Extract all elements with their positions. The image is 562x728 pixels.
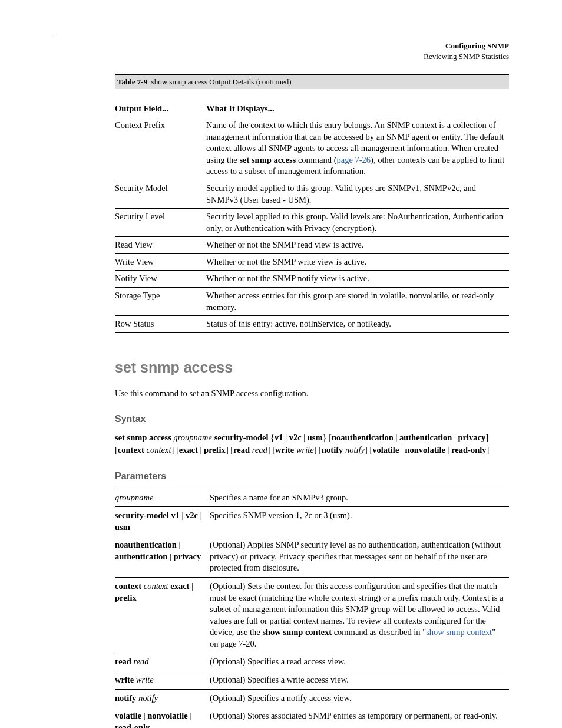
- t: ]: [486, 445, 489, 454]
- param-desc: (Optional) Sets the context for this acc…: [210, 578, 509, 653]
- param-desc: Specifies a name for an SNMPv3 group.: [210, 489, 509, 507]
- param-name: notify notify: [115, 689, 210, 707]
- table-row: Read View Whether or not the SNMP read v…: [115, 237, 509, 254]
- t: exact: [179, 445, 198, 454]
- t: noauthentication: [332, 433, 394, 442]
- t: read-only: [451, 445, 486, 454]
- parameters-heading: Parameters: [115, 470, 509, 483]
- t: ] [: [267, 445, 275, 454]
- t: notify: [322, 445, 345, 454]
- table-title: Table 7-9 show snmp access Output Detail…: [115, 74, 509, 89]
- param-desc: (Optional) Applies SNMP security level a…: [210, 536, 509, 578]
- t: read: [252, 445, 267, 454]
- table-row: write write (Optional) Specifies a write…: [115, 671, 509, 689]
- t: usm: [115, 522, 130, 532]
- t: notify: [138, 693, 158, 703]
- t: ] [: [365, 445, 372, 454]
- command-heading: set snmp access: [115, 358, 509, 378]
- param-name: volatile | nonvolatile | read-only: [115, 707, 210, 728]
- t: show snmp context: [262, 627, 332, 637]
- t: privacy: [458, 433, 486, 442]
- table-row: security-model v1 | v2c | usm Specifies …: [115, 507, 509, 536]
- link[interactable]: show snmp context: [426, 627, 492, 637]
- table-row: Context Prefix Name of the context to wh…: [115, 117, 509, 180]
- table-row: Notify View Whether or not the SNMP noti…: [115, 271, 509, 288]
- t: }: [323, 433, 329, 442]
- field-name: Read View: [115, 237, 206, 254]
- table-row: Storage Type Whether access entries for …: [115, 287, 509, 315]
- t: |: [399, 445, 405, 454]
- t: privacy: [174, 552, 201, 561]
- t: prefix: [115, 593, 137, 602]
- t: v2c: [186, 510, 198, 520]
- t: command as described in ": [332, 627, 426, 637]
- bold-text: set snmp access: [239, 155, 296, 164]
- t: |: [177, 540, 181, 549]
- t: context: [147, 445, 171, 454]
- t: |: [302, 433, 308, 442]
- breadcrumb-section: Configuring SNMP: [445, 41, 509, 50]
- param-name: context context exact | prefix: [115, 578, 210, 653]
- t: read-only: [115, 723, 150, 728]
- t: write: [115, 675, 134, 684]
- col-header-desc: What It Displays...: [206, 96, 509, 117]
- t: authentication: [399, 433, 452, 442]
- table-row: Write View Whether or not the SNMP write…: [115, 253, 509, 271]
- t: write: [275, 445, 296, 454]
- t: |: [198, 445, 204, 454]
- t: prefix: [204, 445, 226, 454]
- table-row: volatile | nonvolatile | read-only (Opti…: [115, 707, 509, 728]
- t: nonvolatile: [405, 445, 445, 454]
- table-row: context context exact | prefix (Optional…: [115, 578, 509, 653]
- t: notify: [115, 693, 136, 703]
- table-row: notify notify (Optional) Specifies a not…: [115, 689, 509, 707]
- t: ] [: [314, 445, 322, 454]
- field-name: Storage Type: [115, 287, 206, 315]
- table-caption: show snmp access Output Details (continu…: [151, 77, 292, 86]
- t: authentication: [115, 552, 167, 561]
- t: usm: [308, 433, 323, 442]
- t: set snmp access: [115, 433, 173, 442]
- table-row: groupname Specifies a name for an SNMPv3…: [115, 489, 509, 507]
- table-number: Table 7-9: [117, 77, 147, 86]
- param-desc: Specifies SNMP version 1, 2c or 3 (usm).: [210, 507, 509, 536]
- param-name: write write: [115, 671, 210, 689]
- t: |: [141, 711, 147, 720]
- breadcrumb-sub: Reviewing SNMP Statistics: [424, 52, 509, 61]
- table-row: Security Model Security model applied to…: [115, 180, 509, 209]
- t: |: [189, 581, 193, 591]
- t: exact: [170, 581, 189, 591]
- table-row: Security Level Security level applied to…: [115, 209, 509, 237]
- field-desc: Whether or not the SNMP read view is act…: [206, 237, 509, 254]
- parameters-table: groupname Specifies a name for an SNMPv3…: [115, 489, 509, 728]
- t: ] [: [226, 445, 233, 454]
- field-name: Notify View: [115, 271, 206, 288]
- t: |: [180, 510, 186, 520]
- content: Table 7-9 show snmp access Output Detail…: [115, 74, 509, 728]
- link[interactable]: page 7-26: [337, 155, 371, 164]
- field-desc: Whether access entries for this group ar…: [206, 287, 509, 315]
- col-header-field: Output Field...: [115, 96, 206, 117]
- field-name: Security Model: [115, 180, 206, 209]
- field-desc: Security model applied to this group. Va…: [206, 180, 509, 209]
- t: read: [233, 445, 252, 454]
- t: |: [283, 433, 289, 442]
- t: context: [118, 445, 147, 454]
- t: |: [452, 433, 458, 442]
- syntax-text: set snmp access groupname security-model…: [115, 431, 509, 457]
- syntax-heading: Syntax: [115, 413, 509, 426]
- t: read: [134, 657, 149, 666]
- table-row: noauthentication | authentication | priv…: [115, 536, 509, 578]
- text: command (: [296, 155, 336, 164]
- param-name: noauthentication | authentication | priv…: [115, 536, 210, 578]
- t: |: [198, 510, 202, 520]
- t: nonvolatile: [147, 711, 187, 720]
- field-desc: Whether or not the SNMP write view is ac…: [206, 253, 509, 271]
- output-details-table: Output Field... What It Displays... Cont…: [115, 96, 509, 333]
- t: context: [115, 581, 141, 591]
- param-desc: (Optional) Stores associated SNMP entrie…: [210, 707, 509, 728]
- field-name: Security Level: [115, 209, 206, 237]
- param-name: read read: [115, 653, 210, 671]
- t: |: [445, 445, 451, 454]
- param-name: security-model v1 | v2c | usm: [115, 507, 210, 536]
